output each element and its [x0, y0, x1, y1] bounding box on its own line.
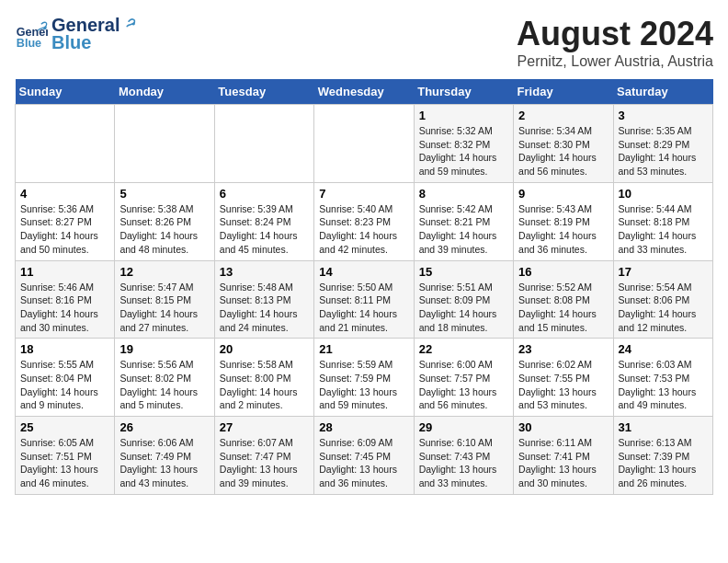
day-number: 1 — [419, 109, 508, 122]
day-info: Sunrise: 5:47 AM Sunset: 8:15 PM Dayligh… — [119, 281, 209, 335]
day-info: Sunrise: 5:51 AM Sunset: 8:09 PM Dayligh… — [419, 281, 508, 335]
day-number: 2 — [518, 109, 608, 122]
calendar-cell: 12Sunrise: 5:47 AM Sunset: 8:15 PM Dayli… — [115, 260, 214, 339]
calendar-week-row: 25Sunrise: 6:05 AM Sunset: 7:51 PM Dayli… — [16, 417, 713, 495]
main-title: August 2024 — [517, 15, 713, 53]
day-info: Sunrise: 5:58 AM Sunset: 8:00 PM Dayligh… — [220, 358, 309, 412]
day-number: 15 — [419, 265, 508, 279]
day-header-friday: Friday — [514, 79, 613, 105]
day-number: 13 — [220, 265, 309, 279]
calendar-cell: 16Sunrise: 5:52 AM Sunset: 8:08 PM Dayli… — [514, 260, 613, 339]
day-number: 26 — [119, 420, 209, 434]
calendar-cell — [214, 105, 313, 183]
day-header-saturday: Saturday — [613, 79, 712, 105]
calendar-cell: 7Sunrise: 5:40 AM Sunset: 8:23 PM Daylig… — [314, 182, 414, 260]
day-number: 12 — [119, 265, 209, 279]
day-info: Sunrise: 5:59 AM Sunset: 7:59 PM Dayligh… — [319, 358, 408, 412]
day-header-tuesday: Tuesday — [214, 79, 313, 105]
day-info: Sunrise: 5:46 AM Sunset: 8:16 PM Dayligh… — [20, 281, 109, 335]
day-number: 7 — [319, 187, 408, 201]
day-number: 6 — [220, 187, 309, 201]
day-info: Sunrise: 6:10 AM Sunset: 7:43 PM Dayligh… — [419, 436, 508, 490]
day-info: Sunrise: 5:54 AM Sunset: 8:06 PM Dayligh… — [619, 281, 708, 335]
day-info: Sunrise: 5:52 AM Sunset: 8:08 PM Dayligh… — [518, 281, 608, 335]
day-number: 25 — [20, 420, 109, 434]
page-header: General Blue General Blue August 2024 Pe… — [15, 15, 713, 70]
day-number: 16 — [518, 265, 608, 279]
calendar-cell: 17Sunrise: 5:54 AM Sunset: 8:06 PM Dayli… — [613, 260, 712, 339]
calendar-cell: 8Sunrise: 5:42 AM Sunset: 8:21 PM Daylig… — [414, 182, 513, 260]
day-info: Sunrise: 6:05 AM Sunset: 7:51 PM Dayligh… — [20, 436, 109, 490]
calendar-week-row: 4Sunrise: 5:36 AM Sunset: 8:27 PM Daylig… — [16, 182, 713, 260]
day-number: 5 — [119, 187, 209, 201]
day-info: Sunrise: 5:38 AM Sunset: 8:26 PM Dayligh… — [119, 202, 209, 257]
calendar-header-row: SundayMondayTuesdayWednesdayThursdayFrid… — [16, 79, 713, 105]
calendar-cell: 14Sunrise: 5:50 AM Sunset: 8:11 PM Dayli… — [314, 260, 414, 339]
day-header-wednesday: Wednesday — [314, 79, 414, 105]
calendar-cell: 18Sunrise: 5:55 AM Sunset: 8:04 PM Dayli… — [16, 339, 115, 417]
day-number: 28 — [319, 420, 408, 434]
day-number: 19 — [119, 342, 209, 356]
calendar-cell: 23Sunrise: 6:02 AM Sunset: 7:55 PM Dayli… — [514, 339, 613, 417]
day-number: 30 — [518, 420, 608, 434]
day-number: 23 — [518, 342, 608, 356]
calendar-week-row: 18Sunrise: 5:55 AM Sunset: 8:04 PM Dayli… — [16, 339, 713, 417]
day-number: 21 — [319, 342, 408, 356]
day-info: Sunrise: 5:44 AM Sunset: 8:18 PM Dayligh… — [619, 202, 708, 257]
calendar-cell — [16, 105, 115, 183]
calendar-week-row: 1Sunrise: 5:32 AM Sunset: 8:32 PM Daylig… — [16, 105, 713, 183]
calendar-cell: 29Sunrise: 6:10 AM Sunset: 7:43 PM Dayli… — [414, 417, 513, 495]
day-info: Sunrise: 5:40 AM Sunset: 8:23 PM Dayligh… — [319, 202, 408, 257]
calendar-cell: 4Sunrise: 5:36 AM Sunset: 8:27 PM Daylig… — [16, 182, 115, 260]
day-number: 9 — [518, 187, 608, 201]
calendar-cell: 15Sunrise: 5:51 AM Sunset: 8:09 PM Dayli… — [414, 260, 513, 339]
calendar-cell: 6Sunrise: 5:39 AM Sunset: 8:24 PM Daylig… — [214, 182, 313, 260]
day-number: 4 — [20, 187, 109, 201]
day-info: Sunrise: 5:56 AM Sunset: 8:02 PM Dayligh… — [119, 358, 209, 412]
day-number: 18 — [20, 342, 109, 356]
day-info: Sunrise: 6:06 AM Sunset: 7:49 PM Dayligh… — [119, 436, 209, 490]
calendar-cell — [115, 105, 214, 183]
logo-icon: General Blue — [15, 17, 48, 51]
subtitle: Pernitz, Lower Austria, Austria — [517, 53, 713, 70]
day-info: Sunrise: 5:48 AM Sunset: 8:13 PM Dayligh… — [220, 281, 309, 335]
day-info: Sunrise: 5:55 AM Sunset: 8:04 PM Dayligh… — [20, 358, 109, 412]
day-header-sunday: Sunday — [16, 79, 115, 105]
calendar-cell: 25Sunrise: 6:05 AM Sunset: 7:51 PM Dayli… — [16, 417, 115, 495]
day-info: Sunrise: 5:35 AM Sunset: 8:29 PM Dayligh… — [619, 124, 708, 178]
title-block: August 2024 Pernitz, Lower Austria, Aust… — [517, 15, 713, 70]
day-number: 27 — [220, 420, 309, 434]
logo-text-block: General Blue — [51, 15, 138, 53]
day-info: Sunrise: 5:50 AM Sunset: 8:11 PM Dayligh… — [319, 281, 408, 335]
calendar-cell: 13Sunrise: 5:48 AM Sunset: 8:13 PM Dayli… — [214, 260, 313, 339]
day-info: Sunrise: 6:03 AM Sunset: 7:53 PM Dayligh… — [619, 358, 708, 412]
day-info: Sunrise: 5:43 AM Sunset: 8:19 PM Dayligh… — [518, 202, 608, 257]
day-number: 3 — [619, 109, 708, 122]
day-number: 11 — [20, 265, 109, 279]
day-info: Sunrise: 6:11 AM Sunset: 7:41 PM Dayligh… — [518, 436, 608, 490]
day-number: 8 — [419, 187, 508, 201]
calendar-cell: 9Sunrise: 5:43 AM Sunset: 8:19 PM Daylig… — [514, 182, 613, 260]
day-number: 17 — [619, 265, 708, 279]
calendar-cell: 10Sunrise: 5:44 AM Sunset: 8:18 PM Dayli… — [613, 182, 712, 260]
calendar-cell: 24Sunrise: 6:03 AM Sunset: 7:53 PM Dayli… — [613, 339, 712, 417]
calendar-cell: 3Sunrise: 5:35 AM Sunset: 8:29 PM Daylig… — [613, 105, 712, 183]
day-info: Sunrise: 6:09 AM Sunset: 7:45 PM Dayligh… — [319, 436, 408, 490]
calendar-cell — [314, 105, 414, 183]
svg-text:Blue: Blue — [17, 37, 41, 50]
day-header-thursday: Thursday — [414, 79, 513, 105]
calendar-cell: 22Sunrise: 6:00 AM Sunset: 7:57 PM Dayli… — [414, 339, 513, 417]
calendar-cell: 21Sunrise: 5:59 AM Sunset: 7:59 PM Dayli… — [314, 339, 414, 417]
day-info: Sunrise: 6:07 AM Sunset: 7:47 PM Dayligh… — [220, 436, 309, 490]
day-number: 31 — [619, 420, 708, 434]
day-info: Sunrise: 6:02 AM Sunset: 7:55 PM Dayligh… — [518, 358, 608, 412]
day-info: Sunrise: 5:34 AM Sunset: 8:30 PM Dayligh… — [518, 124, 608, 178]
day-number: 29 — [419, 420, 508, 434]
calendar-cell: 11Sunrise: 5:46 AM Sunset: 8:16 PM Dayli… — [16, 260, 115, 339]
calendar-cell: 28Sunrise: 6:09 AM Sunset: 7:45 PM Dayli… — [314, 417, 414, 495]
calendar-cell: 27Sunrise: 6:07 AM Sunset: 7:47 PM Dayli… — [214, 417, 313, 495]
day-info: Sunrise: 5:42 AM Sunset: 8:21 PM Dayligh… — [419, 202, 508, 257]
calendar-table: SundayMondayTuesdayWednesdayThursdayFrid… — [15, 79, 713, 495]
day-header-monday: Monday — [115, 79, 214, 105]
day-number: 10 — [619, 187, 708, 201]
